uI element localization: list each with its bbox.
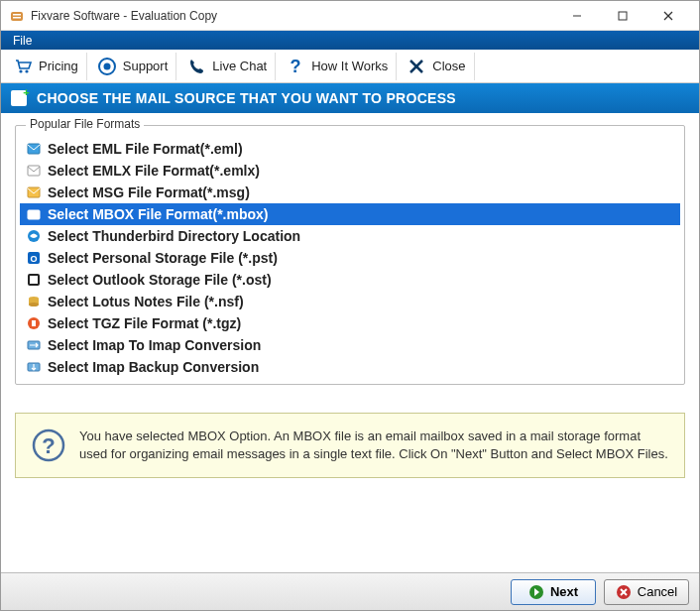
toolbar-pricing-label: Pricing xyxy=(39,59,78,73)
format-item-ost[interactable]: Select Outlook Storage File (*.ost) xyxy=(20,269,680,291)
svg-text:O: O xyxy=(30,254,37,264)
format-item-msg[interactable]: Select MSG File Format(*.msg) xyxy=(20,182,680,203)
cancel-button[interactable]: Cancel xyxy=(604,579,689,605)
toolbar-close[interactable]: Close xyxy=(399,53,474,80)
group-legend: Popular File Formats xyxy=(26,117,144,131)
svg-text:?: ? xyxy=(42,433,55,458)
svg-rect-16 xyxy=(28,187,40,197)
toolbar-close-label: Close xyxy=(432,59,465,73)
pst-icon: O xyxy=(26,250,42,266)
imap-icon xyxy=(26,337,42,353)
info-box: ? You have selected MBOX Option. An MBOX… xyxy=(15,413,685,478)
eml-icon xyxy=(26,141,42,157)
format-item-thunderbird[interactable]: Select Thunderbird Directory Location xyxy=(20,225,680,247)
svg-rect-4 xyxy=(619,12,627,20)
toolbar-livechat-label: Live Chat xyxy=(212,59,267,73)
window-title: Fixvare Software - Evaluation Copy xyxy=(31,9,554,23)
format-item-label: Select Thunderbird Directory Location xyxy=(48,228,300,244)
format-item-label: Select EMLX File Format(*.emlx) xyxy=(48,163,260,179)
tgz-icon xyxy=(26,315,42,331)
svg-rect-0 xyxy=(11,12,23,21)
toolbar: Pricing Support Live Chat ? How It Works… xyxy=(1,50,699,83)
format-item-label: Select EML File Format(*.eml) xyxy=(48,141,243,157)
question-icon: ? xyxy=(286,57,305,76)
format-item-emlx[interactable]: Select EMLX File Format(*.emlx) xyxy=(20,160,680,182)
svg-rect-15 xyxy=(28,166,40,176)
instruction-text: CHOOSE THE MAIL SOURCE THAT YOU WANT TO … xyxy=(37,90,456,106)
format-item-imap[interactable]: Select Imap To Imap Conversion xyxy=(20,334,680,356)
format-item-label: Select Lotus Notes File (*.nsf) xyxy=(48,294,244,309)
thunderbird-icon xyxy=(26,228,42,244)
msg-icon xyxy=(26,184,42,200)
cart-icon xyxy=(13,57,33,76)
format-item-label: Select Imap Backup Conversion xyxy=(48,359,259,375)
svg-text:?: ? xyxy=(291,57,301,76)
close-window-button[interactable] xyxy=(645,1,691,31)
svg-rect-14 xyxy=(28,144,40,154)
minimize-button[interactable] xyxy=(554,1,600,31)
svg-rect-27 xyxy=(32,320,36,326)
format-item-nsf[interactable]: Select Lotus Notes File (*.nsf) xyxy=(20,291,680,312)
format-item-label: Select Outlook Storage File (*.ost) xyxy=(48,272,272,288)
svg-rect-1 xyxy=(13,14,21,16)
phone-icon xyxy=(186,57,206,76)
format-item-label: Select Imap To Imap Conversion xyxy=(48,337,261,353)
svg-point-8 xyxy=(25,69,28,72)
bottom-bar: Next Cancel xyxy=(1,572,699,610)
next-arrow-icon xyxy=(528,584,544,600)
toolbar-pricing[interactable]: Pricing xyxy=(5,53,87,80)
svg-rect-2 xyxy=(13,17,21,19)
svg-point-25 xyxy=(29,303,39,306)
next-button-label: Next xyxy=(550,584,578,599)
cancel-button-label: Cancel xyxy=(638,584,677,599)
format-item-tgz[interactable]: Select TGZ File Format (*.tgz) xyxy=(20,312,680,334)
toolbar-support-label: Support xyxy=(123,59,169,73)
title-bar: Fixvare Software - Evaluation Copy xyxy=(1,1,699,31)
support-icon xyxy=(97,57,117,76)
svg-point-7 xyxy=(19,69,22,72)
app-icon xyxy=(9,8,25,24)
info-text: You have selected MBOX Option. An MBOX f… xyxy=(79,428,668,463)
format-item-mbox[interactable]: Select MBOX File Format(*.mbox) xyxy=(20,203,680,225)
close-icon xyxy=(407,57,426,76)
instruction-bar: CHOOSE THE MAIL SOURCE THAT YOU WANT TO … xyxy=(1,83,699,113)
cancel-x-icon xyxy=(616,584,632,600)
info-icon: ? xyxy=(32,428,65,462)
emlx-icon xyxy=(26,163,42,179)
format-item-label: Select MSG File Format(*.msg) xyxy=(48,184,250,200)
next-button[interactable]: Next xyxy=(511,579,596,605)
menu-file[interactable]: File xyxy=(7,34,38,48)
format-item-label: Select Personal Storage File (*.pst) xyxy=(48,250,278,266)
svg-rect-17 xyxy=(28,210,40,219)
popular-formats-group: Popular File Formats Select EML File For… xyxy=(15,125,685,385)
format-item-imap-backup[interactable]: Select Imap Backup Conversion xyxy=(20,356,680,378)
main-panel: Popular File Formats Select EML File For… xyxy=(1,113,699,393)
toolbar-support[interactable]: Support xyxy=(89,53,177,80)
format-item-label: Select TGZ File Format (*.tgz) xyxy=(48,315,241,331)
nsf-icon xyxy=(26,294,42,309)
toolbar-howitworks-label: How It Works xyxy=(311,59,388,73)
mbox-icon xyxy=(26,206,42,222)
menu-bar: File xyxy=(1,31,699,50)
format-list: Select EML File Format(*.eml)Select EMLX… xyxy=(20,138,680,378)
document-add-icon xyxy=(11,90,27,106)
toolbar-howitworks[interactable]: ? How It Works xyxy=(278,53,397,80)
svg-rect-22 xyxy=(30,276,38,284)
toolbar-livechat[interactable]: Live Chat xyxy=(178,53,276,80)
imap-backup-icon xyxy=(26,359,42,375)
ost-icon xyxy=(26,272,42,288)
format-item-pst[interactable]: OSelect Personal Storage File (*.pst) xyxy=(20,247,680,269)
format-item-eml[interactable]: Select EML File Format(*.eml) xyxy=(20,138,680,160)
maximize-button[interactable] xyxy=(600,1,645,31)
svg-point-10 xyxy=(103,62,110,69)
format-item-label: Select MBOX File Format(*.mbox) xyxy=(48,206,268,222)
